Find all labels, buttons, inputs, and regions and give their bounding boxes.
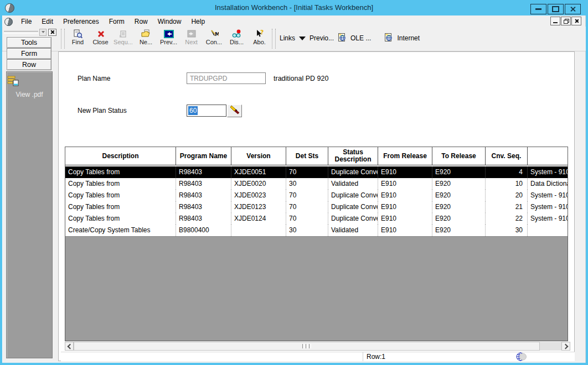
child-minimize-button[interactable] bbox=[550, 17, 560, 25]
cell-from-release[interactable]: E910 bbox=[378, 178, 432, 190]
cell-description[interactable]: Copy Tables from bbox=[65, 201, 176, 213]
cell-status-description[interactable]: Duplicate Conver bbox=[328, 213, 378, 225]
plan-name-field[interactable]: TRDUPGPD bbox=[187, 72, 266, 84]
cell-program-name[interactable]: R98403 bbox=[176, 178, 231, 190]
menu-row[interactable]: Row bbox=[130, 17, 153, 26]
column-header-status-description[interactable]: Status Description bbox=[328, 147, 378, 165]
column-header-extra[interactable] bbox=[528, 147, 568, 165]
menu-edit[interactable]: Edit bbox=[37, 17, 58, 26]
cell-det-sts[interactable]: 70 bbox=[286, 213, 328, 225]
cell-description[interactable]: Copy Tables from bbox=[65, 213, 176, 225]
cell-extra[interactable]: Data Dictionary bbox=[528, 178, 568, 190]
new-plan-status-field[interactable]: 60 bbox=[187, 105, 226, 117]
cell-cnv-seq[interactable]: 30 bbox=[486, 225, 528, 236]
cell-to-release[interactable]: E920 bbox=[432, 201, 486, 213]
cell-version[interactable] bbox=[231, 225, 286, 236]
sidebar-tab-form[interactable]: Form bbox=[7, 48, 51, 59]
cell-program-name[interactable]: R98403 bbox=[176, 201, 231, 213]
cell-cnv-seq[interactable]: 21 bbox=[486, 201, 528, 213]
about-button[interactable]: ? Abo. bbox=[248, 27, 271, 52]
close-button[interactable] bbox=[565, 4, 581, 14]
preset-close-button[interactable] bbox=[48, 29, 56, 36]
scrollbar-thumb[interactable] bbox=[74, 342, 540, 351]
column-header-version[interactable]: Version bbox=[231, 147, 286, 165]
cell-program-name[interactable]: R98403 bbox=[176, 166, 231, 178]
cell-from-release[interactable]: E910 bbox=[378, 201, 432, 213]
cell-cnv-seq[interactable]: 20 bbox=[486, 190, 528, 201]
cell-status-description[interactable]: Duplicate Conver bbox=[328, 201, 378, 213]
column-header-from-release[interactable]: From Release bbox=[378, 147, 432, 165]
table-row[interactable]: Copy Tables from R98403 XJDE0123 70 Dupl… bbox=[65, 201, 568, 213]
menu-file[interactable]: File bbox=[16, 17, 37, 26]
scrollbar-track[interactable] bbox=[540, 342, 561, 351]
cell-status-description[interactable]: Duplicate Conver bbox=[328, 166, 378, 178]
child-close-button[interactable] bbox=[571, 17, 581, 25]
grid-horizontal-scrollbar[interactable] bbox=[65, 342, 570, 351]
cell-det-sts[interactable]: 70 bbox=[286, 166, 328, 178]
cell-det-sts[interactable]: 30 bbox=[286, 225, 328, 236]
cell-status-description[interactable]: Duplicate Conver bbox=[328, 190, 378, 201]
scroll-left-button[interactable] bbox=[65, 342, 74, 351]
child-window-icon[interactable] bbox=[4, 18, 13, 26]
scroll-right-button[interactable] bbox=[561, 342, 570, 351]
toolbar-drag-handle[interactable] bbox=[61, 29, 65, 49]
cell-cnv-seq[interactable]: 22 bbox=[486, 213, 528, 225]
cell-description[interactable]: Create/Copy System Tables bbox=[65, 225, 176, 236]
sidebar-tab-row[interactable]: Row bbox=[7, 59, 51, 70]
confirm-button[interactable]: M Con... bbox=[203, 27, 225, 52]
cell-det-sts[interactable]: 70 bbox=[286, 190, 328, 201]
cell-extra[interactable] bbox=[528, 225, 568, 236]
table-row[interactable]: Copy Tables from R98403 XJDE0023 70 Dupl… bbox=[65, 190, 568, 201]
cell-version[interactable]: XJDE0051 bbox=[231, 166, 286, 178]
column-header-description[interactable]: Description bbox=[65, 147, 176, 165]
column-header-to-release[interactable]: To Release bbox=[432, 147, 486, 165]
cell-version[interactable]: XJDE0020 bbox=[231, 178, 286, 190]
ole-link[interactable]: OLE ... bbox=[350, 34, 371, 42]
maximize-button[interactable] bbox=[548, 4, 564, 14]
visual-assist-button[interactable] bbox=[227, 105, 242, 117]
cell-from-release[interactable]: E910 bbox=[378, 213, 432, 225]
cell-extra[interactable]: System - 910 bbox=[528, 190, 568, 201]
previous-link[interactable]: Previo... bbox=[310, 34, 334, 42]
cell-description[interactable]: Copy Tables from bbox=[65, 166, 176, 178]
cell-det-sts[interactable]: 30 bbox=[286, 178, 328, 190]
cell-extra[interactable]: System - 910 bbox=[528, 201, 568, 213]
cell-extra[interactable]: System - 910 bbox=[528, 166, 568, 178]
cell-status-description[interactable]: Validated bbox=[328, 225, 378, 236]
preset-dropdown-button[interactable] bbox=[39, 29, 47, 36]
minimize-button[interactable] bbox=[530, 4, 546, 14]
links-dropdown-icon[interactable] bbox=[299, 36, 306, 40]
cell-version[interactable]: XJDE0124 bbox=[231, 213, 286, 225]
column-header-det-sts[interactable]: Det Sts bbox=[286, 147, 328, 165]
cell-cnv-seq[interactable]: 4 bbox=[486, 166, 528, 178]
cell-from-release[interactable]: E910 bbox=[378, 190, 432, 201]
cell-description[interactable]: Copy Tables from bbox=[65, 178, 176, 190]
table-row[interactable]: Create/Copy System Tables B9800400 30 Va… bbox=[65, 225, 568, 236]
cell-program-name[interactable]: R98403 bbox=[176, 190, 231, 201]
cell-description[interactable]: Copy Tables from bbox=[65, 190, 176, 201]
cell-to-release[interactable]: E920 bbox=[432, 213, 486, 225]
cell-det-sts[interactable]: 70 bbox=[286, 201, 328, 213]
cell-to-release[interactable]: E920 bbox=[432, 190, 486, 201]
child-restore-button[interactable] bbox=[561, 17, 571, 25]
menu-help[interactable]: Help bbox=[186, 17, 210, 26]
column-header-program-name[interactable]: Program Name bbox=[176, 147, 231, 165]
table-row[interactable]: Copy Tables from R98403 XJDE0124 70 Dupl… bbox=[65, 213, 568, 225]
cell-extra[interactable]: System - 910 bbox=[528, 213, 568, 225]
view-pdf-icon[interactable] bbox=[7, 76, 52, 89]
links-label[interactable]: Links bbox=[280, 34, 295, 42]
view-pdf-label[interactable]: View .pdf bbox=[7, 91, 52, 98]
previous-button[interactable]: Prev... bbox=[157, 27, 180, 52]
cell-program-name[interactable]: B9800400 bbox=[176, 225, 231, 236]
new-button[interactable]: Ne... bbox=[135, 27, 157, 52]
cell-to-release[interactable]: E920 bbox=[432, 166, 486, 178]
display-button[interactable]: Dis... bbox=[225, 27, 248, 52]
sidebar-tab-tools[interactable]: Tools bbox=[7, 37, 51, 48]
menu-window[interactable]: Window bbox=[153, 17, 187, 26]
titlebar[interactable]: Installation Workbench - [Initial Tasks … bbox=[0, 0, 588, 15]
cell-version[interactable]: XJDE0123 bbox=[231, 201, 286, 213]
cell-cnv-seq[interactable]: 10 bbox=[486, 178, 528, 190]
cell-from-release[interactable]: E910 bbox=[378, 225, 432, 236]
preset-combobox[interactable] bbox=[4, 31, 38, 34]
cell-to-release[interactable]: E920 bbox=[432, 178, 486, 190]
